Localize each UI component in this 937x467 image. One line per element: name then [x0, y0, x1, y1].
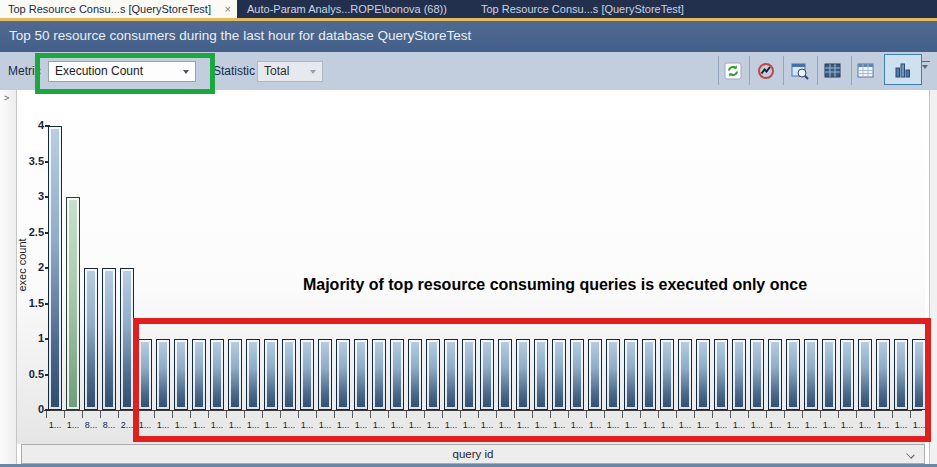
- bar[interactable]: [498, 339, 512, 410]
- bar[interactable]: [840, 339, 854, 410]
- bar[interactable]: [210, 339, 224, 410]
- y-tick-label: 1.5: [18, 297, 44, 309]
- bar[interactable]: [336, 339, 350, 410]
- bar[interactable]: [804, 339, 818, 410]
- toolbar-overflow-icon[interactable]: [921, 61, 930, 62]
- refresh-button[interactable]: [721, 58, 745, 84]
- bar[interactable]: [264, 339, 278, 410]
- collapsed-left-pane[interactable]: >: [0, 90, 17, 467]
- bar[interactable]: [822, 339, 836, 410]
- bar[interactable]: [246, 339, 260, 410]
- toolbar-separator: [749, 56, 750, 85]
- x-tick-label: 1...: [334, 420, 352, 430]
- bar[interactable]: [282, 339, 296, 410]
- x-tick-mark: [928, 411, 929, 418]
- bar[interactable]: [696, 339, 710, 410]
- track-query-icon: [757, 62, 775, 80]
- toolbar-separator: [783, 56, 784, 85]
- x-tick-label: 1...: [550, 420, 568, 430]
- x-tick-label: 1...: [712, 420, 730, 430]
- x-tick-label: 1...: [172, 420, 190, 430]
- bar[interactable]: [192, 339, 206, 410]
- x-tick-label: 1...: [478, 420, 496, 430]
- x-axis-dropdown-bar[interactable]: query id: [21, 444, 925, 464]
- x-tick-mark: [604, 411, 605, 418]
- expand-pane-icon: >: [4, 93, 9, 103]
- bar[interactable]: [876, 339, 890, 410]
- x-tick-mark: [766, 411, 767, 418]
- x-tick-mark: [208, 411, 209, 418]
- bar[interactable]: [318, 339, 332, 410]
- bar[interactable]: [642, 339, 656, 410]
- track-query-button[interactable]: [754, 58, 778, 84]
- bar[interactable]: [462, 339, 476, 410]
- bar[interactable]: [480, 339, 494, 410]
- metric-dropdown[interactable]: Execution Count: [48, 61, 196, 82]
- close-icon[interactable]: ×: [225, 0, 231, 18]
- x-tick-mark: [784, 411, 785, 418]
- x-tick-label: 1...: [694, 420, 712, 430]
- bar[interactable]: [768, 339, 782, 410]
- bar[interactable]: [588, 339, 602, 410]
- x-tick-label: 1...: [874, 420, 892, 430]
- bar[interactable]: [912, 339, 926, 410]
- bar[interactable]: [390, 339, 404, 410]
- bar[interactable]: [516, 339, 530, 410]
- bar[interactable]: [660, 339, 674, 410]
- x-tick-label: 1...: [352, 420, 370, 430]
- x-tick-mark: [424, 411, 425, 418]
- bar[interactable]: [678, 339, 692, 410]
- bar[interactable]: [300, 339, 314, 410]
- bar[interactable]: [858, 339, 872, 410]
- bar[interactable]: [174, 339, 188, 410]
- tab-label: Top Resource Consu...s [QueryStoreTest]: [481, 3, 684, 15]
- bar[interactable]: [552, 339, 566, 410]
- x-tick-mark: [388, 411, 389, 418]
- bar[interactable]: [84, 268, 98, 410]
- x-tick-mark: [640, 411, 641, 418]
- view-chart-button[interactable]: [884, 54, 922, 85]
- bar[interactable]: [426, 339, 440, 410]
- bar[interactable]: [732, 339, 746, 410]
- bar-highlighted[interactable]: [66, 197, 80, 410]
- bar[interactable]: [894, 339, 908, 410]
- x-tick-label: 1...: [244, 420, 262, 430]
- metric-label: Metric: [8, 64, 41, 78]
- tab-top-resource-consumers-2[interactable]: Top Resource Consu...s [QueryStoreTest]: [475, 0, 698, 18]
- bar[interactable]: [750, 339, 764, 410]
- chart-icon: [894, 61, 912, 79]
- x-tick-mark: [532, 411, 533, 418]
- bar[interactable]: [354, 339, 368, 410]
- bar[interactable]: [624, 339, 638, 410]
- view-grid-details-button[interactable]: [854, 58, 878, 84]
- bar[interactable]: [48, 126, 62, 410]
- tab-auto-param-analysis[interactable]: Auto-Param Analys...ROPE\bonova (68)): [241, 0, 461, 18]
- x-tick-label: 1...: [262, 420, 280, 430]
- bar[interactable]: [714, 339, 728, 410]
- bar[interactable]: [156, 339, 170, 410]
- x-tick-mark: [748, 411, 749, 418]
- bar[interactable]: [606, 339, 620, 410]
- bar[interactable]: [444, 339, 458, 410]
- x-tick-mark: [892, 411, 893, 418]
- y-tick-label: 2.5: [18, 226, 44, 238]
- statistic-dropdown[interactable]: Total: [257, 61, 323, 82]
- x-tick-label: 2...: [118, 420, 136, 430]
- view-grid-button[interactable]: [821, 58, 845, 84]
- bar[interactable]: [534, 339, 548, 410]
- x-tick-label: 1...: [766, 420, 784, 430]
- bar[interactable]: [570, 339, 584, 410]
- chevron-down-icon: [906, 450, 914, 458]
- tab-top-resource-consumers-active[interactable]: Top Resource Consu...s [QueryStoreTest] …: [0, 0, 237, 18]
- x-tick-mark: [874, 411, 875, 418]
- view-query-text-button[interactable]: [788, 58, 812, 84]
- bar[interactable]: [372, 339, 386, 410]
- bar[interactable]: [102, 268, 116, 410]
- bar[interactable]: [786, 339, 800, 410]
- toolbar-separator: [718, 56, 719, 85]
- bar[interactable]: [120, 268, 134, 410]
- bar[interactable]: [138, 339, 152, 410]
- bar[interactable]: [228, 339, 242, 410]
- x-tick-mark: [226, 411, 227, 418]
- bar[interactable]: [408, 339, 422, 410]
